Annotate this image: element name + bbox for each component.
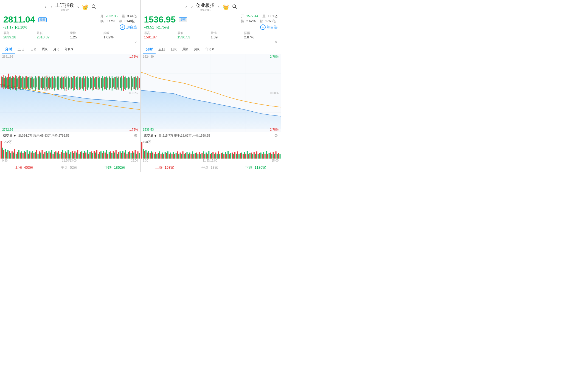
right-vol-chart: 698万 — [141, 139, 281, 159]
right-stat-low: 最低 1536.53 — [177, 31, 211, 39]
svg-rect-160 — [121, 76, 122, 91]
left-gear-icon[interactable]: ⚙ — [134, 133, 137, 138]
left-tab-weekk[interactable]: 周K — [39, 45, 50, 54]
right-amp-label: 振幅 — [244, 31, 277, 35]
right-stats-grid: 最高 1581.87 最低 1536.53 量比 1.09 振幅 2.87% ∨ — [141, 31, 281, 45]
left-vol-dropdown[interactable]: 成交量 ▼ — [3, 133, 16, 138]
right-expand-icon[interactable]: ∨ — [275, 40, 277, 44]
left-chart-area: 2891.86 1.75% 0.00% 2792.56 -1.75% — [0, 54, 140, 132]
svg-rect-261 — [120, 151, 121, 159]
left-tab-monthk[interactable]: 月K — [50, 45, 62, 54]
right-add-self[interactable]: + 加自选 — [260, 24, 277, 30]
svg-rect-386 — [278, 153, 279, 159]
left-chart-svg — [0, 54, 140, 132]
right-high-val: 1581.87 — [144, 35, 178, 39]
svg-line-277 — [235, 7, 237, 9]
svg-rect-195 — [29, 151, 30, 159]
right-open-val: 1577.44 — [246, 14, 258, 18]
svg-rect-75 — [5, 77, 6, 89]
right-back-btn[interactable]: ‹ — [184, 5, 188, 10]
svg-line-1 — [95, 7, 96, 9]
right-tab-fenshi[interactable]: 分时 — [143, 45, 156, 54]
svg-rect-128 — [77, 77, 78, 90]
svg-rect-196 — [31, 153, 32, 159]
svg-rect-324 — [193, 154, 194, 159]
right-alert-btn[interactable]: 提醒 — [179, 17, 187, 22]
left-vol-label: 量 — [122, 14, 125, 18]
right-add-label: 加自选 — [267, 25, 277, 30]
svg-rect-96 — [34, 78, 35, 88]
left-next-btn[interactable]: › — [76, 5, 80, 10]
svg-rect-268 — [129, 151, 130, 159]
right-vol-dropdown[interactable]: 成交量 ▼ — [144, 133, 157, 138]
svg-rect-200 — [36, 150, 37, 159]
svg-rect-368 — [253, 152, 254, 159]
right-tab-5day[interactable]: 五日 — [156, 45, 168, 54]
svg-rect-341 — [217, 154, 218, 159]
svg-rect-224 — [69, 154, 70, 159]
right-stat-high: 最高 1581.87 — [144, 31, 178, 39]
svg-rect-105 — [46, 78, 47, 87]
svg-rect-109 — [51, 77, 52, 89]
svg-rect-140 — [94, 78, 95, 87]
svg-rect-144 — [99, 77, 100, 89]
right-gear-icon[interactable]: ⚙ — [274, 133, 278, 138]
svg-rect-93 — [30, 77, 30, 90]
svg-rect-162 — [124, 77, 125, 89]
left-up-label: 上涨 — [15, 165, 22, 170]
svg-rect-190 — [23, 153, 24, 159]
svg-rect-263 — [122, 151, 123, 159]
svg-rect-378 — [267, 154, 268, 159]
right-tab-monthk[interactable]: 月K — [191, 45, 203, 54]
left-tab-5day[interactable]: 五日 — [15, 45, 27, 54]
svg-rect-359 — [241, 153, 242, 159]
left-expand-icon[interactable]: ∨ — [134, 40, 137, 44]
right-search-icon[interactable] — [232, 4, 237, 10]
left-expand[interactable]: ∨ — [103, 40, 137, 44]
left-tab-fenshi[interactable]: 分时 — [2, 45, 15, 54]
svg-rect-255 — [111, 153, 113, 159]
svg-rect-228 — [74, 151, 75, 159]
svg-rect-257 — [114, 153, 115, 159]
svg-rect-286 — [141, 142, 142, 159]
svg-rect-177 — [5, 149, 6, 159]
right-next-btn[interactable]: › — [217, 5, 220, 10]
right-flat-label: 平盘 — [201, 165, 209, 170]
left-back-btn[interactable]: ‹ — [44, 5, 47, 10]
svg-rect-130 — [80, 77, 81, 89]
right-tab-weekk[interactable]: 周K — [179, 45, 191, 54]
svg-rect-99 — [38, 77, 39, 89]
svg-rect-77 — [8, 79, 9, 87]
svg-rect-80 — [12, 78, 13, 88]
svg-rect-205 — [43, 154, 44, 159]
left-turnover-stat: 换 0.77% 额 3148亿 — [100, 19, 137, 24]
left-vr-label: 量比 — [70, 31, 103, 35]
left-add-self[interactable]: + 加自选 — [120, 24, 137, 30]
svg-rect-266 — [127, 154, 128, 159]
right-vr-val: 1.09 — [211, 35, 244, 39]
svg-rect-115 — [60, 78, 60, 88]
svg-rect-316 — [182, 151, 183, 159]
left-price-section: 2811.04 提醒 -31.17 [-1.10%] 开 2832.35 量 3… — [0, 12, 140, 31]
right-tab-yeark[interactable]: 年K▼ — [203, 45, 218, 54]
right-expand[interactable]: ∨ — [244, 40, 277, 44]
left-prev-btn[interactable]: ‹ — [50, 5, 53, 10]
left-tab-dayk[interactable]: 日K — [27, 45, 39, 54]
svg-rect-175 — [2, 148, 3, 159]
svg-rect-145 — [101, 78, 102, 88]
svg-rect-297 — [156, 154, 157, 159]
left-open-val: 2832.35 — [106, 14, 117, 18]
right-prev-btn[interactable]: ‹ — [190, 5, 194, 10]
right-tab-dayk[interactable]: 日K — [168, 45, 180, 54]
svg-rect-204 — [42, 150, 43, 159]
svg-rect-85 — [19, 77, 19, 89]
left-search-icon[interactable] — [91, 4, 96, 10]
left-tab-yeark[interactable]: 年K▼ — [62, 45, 77, 54]
right-turnover-stat: 换 2.62% 额 1768亿 — [241, 19, 277, 24]
svg-rect-217 — [59, 154, 60, 159]
svg-rect-238 — [88, 154, 89, 159]
svg-rect-363 — [246, 151, 248, 159]
left-alert-btn[interactable]: 提醒 — [38, 17, 47, 22]
svg-rect-165 — [128, 77, 129, 89]
svg-rect-227 — [73, 153, 74, 159]
